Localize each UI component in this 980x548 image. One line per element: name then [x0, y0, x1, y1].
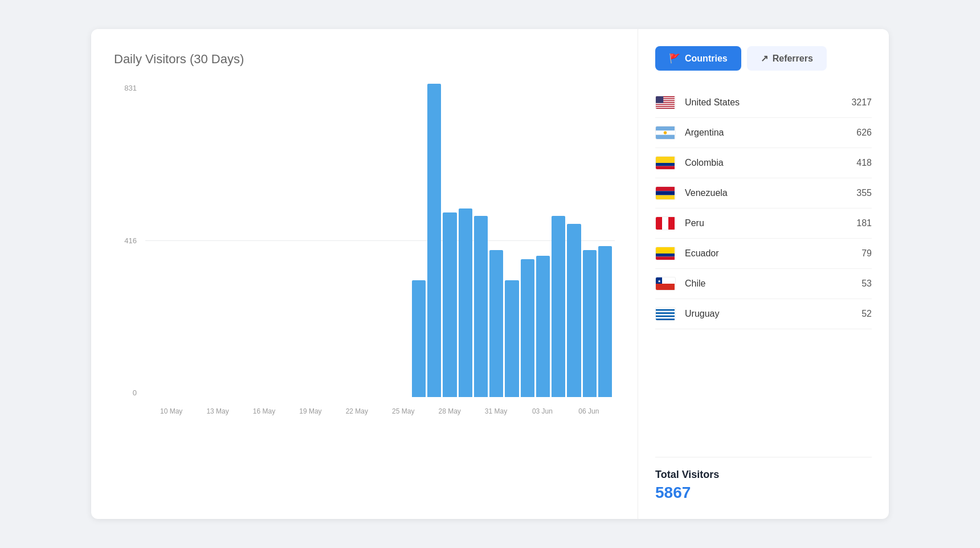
country-row: Uruguay52 [655, 299, 872, 329]
x-label: 22 May [334, 407, 380, 415]
bar[interactable] [552, 216, 565, 397]
flag-icon: 🚩 [669, 53, 680, 64]
bar-wrapper [552, 84, 565, 397]
main-card: Daily Visitors (30 Days) 831 416 0 10 Ma… [91, 29, 889, 519]
bar-wrapper [195, 84, 209, 397]
chart-subtitle: (30 Days) [190, 52, 244, 66]
country-flag [655, 156, 676, 170]
bar[interactable] [598, 246, 612, 397]
x-label: 13 May [194, 407, 240, 415]
country-count: 626 [856, 128, 872, 138]
bar-wrapper [443, 84, 456, 397]
svg-rect-7 [656, 96, 663, 103]
country-row: United States3217 [655, 88, 872, 118]
bar[interactable] [412, 280, 426, 397]
x-label: 31 May [473, 407, 519, 415]
country-row: Peru181 [655, 208, 872, 239]
svg-point-11 [664, 131, 667, 134]
bars-container [145, 84, 615, 397]
country-flag [655, 126, 676, 140]
svg-rect-30 [656, 312, 675, 314]
country-row: Colombia418 [655, 148, 872, 178]
country-name: Colombia [685, 158, 856, 168]
bar-wrapper [148, 84, 162, 397]
bar-wrapper [536, 84, 550, 397]
svg-rect-12 [656, 157, 675, 163]
bar-wrapper [257, 84, 271, 397]
country-flag [655, 216, 676, 230]
bar[interactable] [536, 256, 550, 397]
x-label: 06 Jun [566, 407, 612, 415]
country-name: Venezuela [685, 188, 856, 198]
svg-rect-17 [656, 195, 675, 199]
svg-rect-5 [656, 105, 675, 106]
bar[interactable] [567, 224, 581, 397]
tab-row: 🚩 Countries ↗ Referrers [655, 46, 872, 71]
bar-wrapper [319, 84, 333, 397]
country-count: 418 [856, 158, 872, 168]
x-label: 19 May [287, 407, 333, 415]
country-row: Argentina626 [655, 118, 872, 148]
bar-wrapper [334, 84, 348, 397]
bar-wrapper [505, 84, 518, 397]
bar[interactable] [474, 216, 488, 397]
country-row: Venezuela355 [655, 178, 872, 208]
bar-wrapper [241, 84, 255, 397]
bar-wrapper [272, 84, 286, 397]
svg-rect-18 [656, 217, 662, 230]
x-label: 03 Jun [519, 407, 565, 415]
country-flag [655, 307, 676, 321]
right-panel: 🚩 Countries ↗ Referrers United States321… [638, 29, 889, 519]
x-label: 28 May [426, 407, 472, 415]
total-value: 5867 [655, 484, 872, 502]
svg-rect-8 [656, 126, 675, 130]
svg-rect-19 [662, 217, 668, 230]
bar[interactable] [459, 208, 472, 397]
country-count: 52 [861, 309, 872, 319]
bar-wrapper [179, 84, 193, 397]
country-count: 355 [856, 188, 872, 198]
country-flag [655, 186, 676, 200]
bar-wrapper [288, 84, 301, 397]
chart-inner [145, 84, 615, 397]
country-count: 3217 [851, 97, 872, 108]
bar[interactable] [505, 280, 518, 397]
bar-wrapper [489, 84, 503, 397]
x-label: 25 May [380, 407, 426, 415]
totals-section: Total Visitors 5867 [655, 457, 872, 502]
referrers-tab[interactable]: ↗ Referrers [747, 46, 827, 71]
svg-rect-23 [656, 257, 675, 260]
bar[interactable] [443, 212, 456, 397]
bar-wrapper [459, 84, 472, 397]
countries-tab-label: Countries [685, 54, 728, 64]
svg-rect-29 [656, 309, 675, 311]
bar[interactable] [521, 259, 534, 397]
total-label: Total Visitors [655, 469, 872, 481]
country-name: Chile [685, 279, 861, 289]
countries-tab[interactable]: 🚩 Countries [655, 46, 741, 71]
chart-area: 831 416 0 10 May13 May16 May19 May22 May… [114, 84, 615, 426]
share-icon: ↗ [761, 53, 768, 64]
svg-rect-6 [656, 107, 675, 108]
svg-rect-31 [656, 316, 675, 317]
bar[interactable] [427, 84, 441, 397]
bar-wrapper [350, 84, 364, 397]
country-count: 181 [856, 218, 872, 228]
x-axis: 10 May13 May16 May19 May22 May25 May28 M… [145, 397, 615, 426]
svg-rect-10 [656, 135, 675, 139]
svg-rect-25 [656, 284, 675, 290]
chart-title: Daily Visitors (30 Days) [114, 52, 615, 67]
svg-rect-4 [656, 103, 675, 104]
country-row: ★ Chile53 [655, 269, 872, 299]
bar-wrapper [397, 84, 410, 397]
svg-rect-13 [656, 163, 675, 166]
bar[interactable] [583, 250, 597, 397]
bar[interactable] [489, 250, 503, 397]
chart-title-text: Daily Visitors [114, 52, 186, 66]
country-flag: ★ [655, 277, 676, 291]
y-label-min: 0 [114, 388, 142, 397]
country-name: Ecuador [685, 248, 861, 259]
bar-wrapper [210, 84, 224, 397]
svg-rect-20 [668, 217, 675, 230]
bar-wrapper [427, 84, 441, 397]
